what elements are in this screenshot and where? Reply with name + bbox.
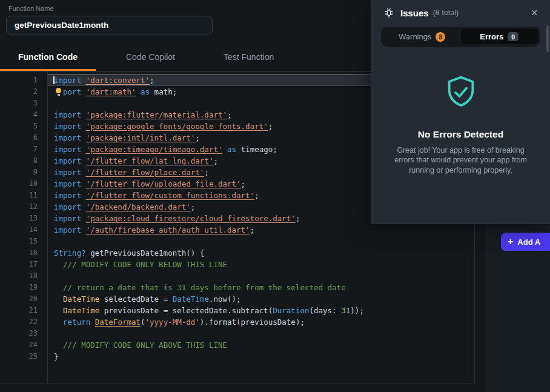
line-number: 6 [0, 132, 48, 144]
shield-check-icon [442, 73, 480, 111]
code-text: String? getPreviousDate1month() { [48, 247, 474, 259]
issues-title: Issues [400, 8, 429, 18]
line-number: 9 [0, 167, 48, 178]
no-errors-empty-state: No Errors Detected Great job! Your app i… [371, 73, 550, 175]
line-number: 13 [0, 213, 48, 224]
line-number: 16 [0, 247, 48, 259]
tab-code-copilot[interactable]: Code Copilot [108, 45, 193, 71]
line-number: 11 [0, 190, 48, 201]
issues-filter: Warnings 8 Errors 0 [381, 27, 540, 47]
code-text: return DateFormat('yyyy-MM-dd').format(p… [48, 316, 474, 328]
quick-fix-bulb-icon[interactable] [54, 87, 64, 96]
line-number: 2 [0, 86, 48, 98]
function-name-input[interactable]: getPreviousDate1month [6, 16, 213, 35]
editor-tabs: Function Code Code Copilot Test Function [0, 45, 292, 71]
line-number: 7 [0, 144, 48, 155]
line-number: 24 [0, 339, 48, 351]
empty-state-body: Great job! Your app is free of breaking … [390, 145, 532, 175]
warnings-label: Warnings [399, 32, 431, 41]
code-text: } [48, 351, 474, 362]
custom-function-editor-window: Function Name getPreviousDate1month Func… [0, 0, 550, 392]
tab-function-code[interactable]: Function Code [0, 45, 96, 71]
code-text: import '/auth/firebase_auth/auth_util.da… [48, 224, 474, 236]
code-line[interactable]: 22 return DateFormat('yyyy-MM-dd').forma… [0, 316, 474, 328]
line-number: 10 [0, 178, 48, 190]
code-text: // return a date that is 31 days before … [48, 282, 474, 293]
warnings-count-badge: 8 [436, 32, 445, 42]
code-text [48, 328, 474, 339]
line-number: 19 [0, 282, 48, 293]
code-line[interactable]: 21 DateTime previousDate = selectedDate.… [0, 305, 474, 316]
warnings-tab[interactable]: Warnings 8 [383, 29, 461, 44]
code-line[interactable]: 25} [0, 351, 474, 362]
code-text: DateTime selectedDate = DateTime.now(); [48, 293, 474, 305]
line-number: 4 [0, 109, 48, 121]
code-text: DateTime previousDate = selectedDate.sub… [48, 305, 474, 316]
code-line[interactable]: 19 // return a date that is 31 days befo… [0, 282, 474, 293]
code-line[interactable]: 18 [0, 270, 474, 282]
line-number: 1 [0, 75, 48, 86]
line-number: 14 [0, 224, 48, 236]
code-text [48, 270, 474, 282]
line-number: 18 [0, 270, 48, 282]
line-number: 8 [0, 155, 48, 167]
code-line[interactable]: 24 /// MODIFY CODE ONLY ABOVE THIS LINE [0, 339, 474, 351]
line-number: 20 [0, 293, 48, 305]
function-name-label: Function Name [8, 5, 54, 12]
code-line[interactable]: 16String? getPreviousDate1month() { [0, 247, 474, 259]
code-text [48, 236, 474, 247]
code-text: /// MODIFY CODE ONLY ABOVE THIS LINE [48, 339, 474, 351]
line-number: 25 [0, 351, 48, 362]
errors-count-badge: 0 [508, 32, 519, 41]
code-line[interactable]: 14import '/auth/firebase_auth/auth_util.… [0, 224, 474, 236]
line-number: 23 [0, 328, 48, 339]
line-number: 3 [0, 98, 48, 109]
scrollbar-thumb[interactable] [546, 25, 549, 52]
bug-icon [383, 7, 394, 18]
line-number: 21 [0, 305, 48, 316]
add-argument-label: Add A [517, 238, 540, 247]
errors-label: Errors [480, 32, 503, 41]
code-line[interactable]: 15 [0, 236, 474, 247]
line-number: 5 [0, 121, 48, 132]
errors-tab[interactable]: Errors 0 [461, 29, 538, 44]
issues-panel-header: Issues (8 total) ✕ [371, 0, 550, 24]
plus-icon: + [508, 237, 513, 247]
code-text: /// MODIFY CODE ONLY BELOW THIS LINE [48, 259, 474, 270]
line-number: 22 [0, 316, 48, 328]
line-number: 12 [0, 201, 48, 213]
line-number: 17 [0, 259, 48, 270]
empty-state-title: No Errors Detected [371, 129, 550, 140]
code-line[interactable]: 17 /// MODIFY CODE ONLY BELOW THIS LINE [0, 259, 474, 270]
tab-test-function[interactable]: Test Function [205, 45, 292, 71]
code-line[interactable]: 23 [0, 328, 474, 339]
text-caret [53, 76, 55, 84]
issues-panel: Issues (8 total) ✕ Warnings 8 Errors 0 N… [371, 0, 550, 224]
close-icon[interactable]: ✕ [528, 7, 540, 19]
issues-total: (8 total) [433, 8, 459, 17]
line-number: 15 [0, 236, 48, 247]
add-argument-button[interactable]: + Add A [501, 233, 550, 251]
code-line[interactable]: 20 DateTime selectedDate = DateTime.now(… [0, 293, 474, 305]
